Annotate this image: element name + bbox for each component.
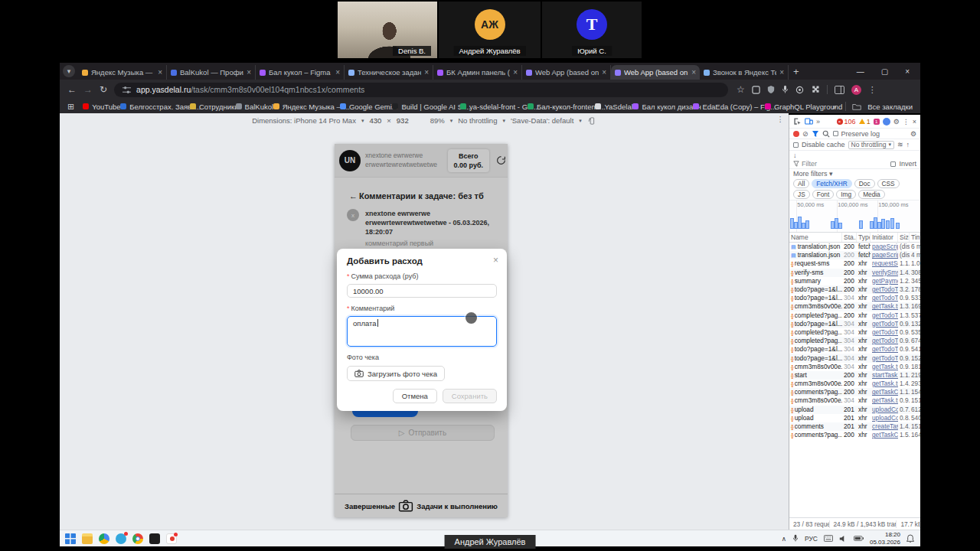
column-header[interactable]: Name	[789, 233, 842, 242]
chrome-icon[interactable]	[132, 533, 143, 544]
network-request-row[interactable]: cmm3m8s0v00e... 200 xhr getTask.ts: 1.4.…	[789, 380, 920, 388]
window-close-button[interactable]: ×	[905, 67, 910, 76]
all-bookmarks-button[interactable]: Все закладки	[867, 103, 913, 111]
maximize-button[interactable]: ▢	[881, 67, 888, 76]
tab-close-icon[interactable]: ×	[513, 68, 518, 77]
filter-icon[interactable]	[812, 130, 819, 138]
devtools-menu-icon[interactable]: ⋮	[903, 118, 910, 126]
network-request-row[interactable]: comments?pag... 200 xhr getTaskCor 1.1..…	[789, 388, 920, 396]
invert-filter-checkbox[interactable]	[890, 161, 896, 167]
reload-button[interactable]: ↻	[100, 84, 107, 95]
browser-tab[interactable]: Звонок в Яндекс Тел ×	[700, 65, 789, 80]
video-tile-yuri[interactable]: T Юрий С.	[542, 2, 642, 58]
tab-close-icon[interactable]: ×	[247, 68, 251, 77]
site-settings-icon[interactable]	[122, 86, 132, 94]
video-tile-andrey[interactable]: АЖ Андрей Журавлёв	[439, 2, 541, 58]
column-header[interactable]: Initiator	[871, 233, 898, 242]
console-warnings-badge[interactable]: 1	[859, 118, 871, 126]
console-errors-badge[interactable]: ×106	[837, 118, 856, 126]
network-request-row[interactable]: completed?pag... 200 xhr getTodoTa: 1.3.…	[789, 311, 920, 320]
export-har-icon[interactable]: ↓	[793, 152, 797, 159]
save-button[interactable]: Сохранить	[443, 389, 497, 403]
network-request-row[interactable]: todo?page=1&l... 304 xhr getTodoTa: 0.9.…	[789, 320, 920, 328]
browser-tab[interactable]: Бал кукол – Figma ×	[256, 65, 345, 80]
tab-close-icon[interactable]: ×	[158, 68, 162, 77]
search-icon[interactable]	[822, 130, 830, 138]
network-request-row[interactable]: todo?page=1&l... 304 xhr getTodoTa: 0.9.…	[789, 354, 920, 362]
messenger-app-icon[interactable]	[116, 533, 126, 544]
file-explorer-icon[interactable]	[82, 533, 93, 544]
throttling-select[interactable]: No throttling	[458, 116, 497, 125]
column-header[interactable]: Sta...	[842, 233, 857, 242]
side-panel-icon[interactable]	[835, 86, 844, 94]
browser-tab[interactable]: Web App (based on LiteF ×	[522, 65, 611, 80]
network-request-row[interactable]: upload 201 xhr uploadCon 0.7... 612...	[789, 406, 920, 414]
extensions-puzzle-icon[interactable]	[811, 85, 820, 94]
preserve-log-checkbox[interactable]	[833, 131, 838, 136]
browser-tab[interactable]: BalKukol — Профиль ×	[167, 65, 256, 80]
language-indicator[interactable]: РУС	[805, 535, 818, 543]
device-toolbar-toggle-icon[interactable]	[805, 117, 813, 126]
more-filters-dropdown[interactable]: More filters ▾	[793, 170, 833, 178]
devtools-profile-icon[interactable]	[883, 118, 890, 126]
network-request-row[interactable]: cmm3m8s0v00e... 200 xhr getTask.ts: 1.3.…	[789, 302, 920, 311]
browser-tab[interactable]: БК Админ панель (прос ×	[433, 65, 522, 80]
bookmark-item[interactable]: Яндекс Музыка —...	[273, 103, 331, 111]
bookmark-item[interactable]: YaSdelal	[595, 103, 623, 111]
bookmark-item[interactable]: Google Gemini	[340, 103, 384, 111]
viewport-height-input[interactable]: 932	[397, 116, 409, 125]
bookmark-item[interactable]: Бал кукол дизайн	[632, 103, 684, 111]
viewport-width-input[interactable]: 430	[369, 116, 381, 125]
request-type-filter-chip[interactable]: Font	[812, 190, 835, 199]
back-button[interactable]: ←	[67, 84, 77, 95]
request-type-filter-chip[interactable]: All	[793, 179, 809, 188]
network-request-row[interactable]: comments?pag... 200 xhr getTaskCor 1.5..…	[789, 431, 920, 439]
disable-cache-checkbox[interactable]	[793, 142, 799, 148]
code-editor-icon[interactable]	[149, 533, 160, 544]
tab-close-icon[interactable]: ×	[602, 68, 606, 77]
omnibox[interactable]: app.yasdelal.ru/task/cmm3m8s0v00el104qm1…	[114, 83, 728, 97]
bookmark-star-icon[interactable]: ☆	[737, 84, 745, 95]
network-request-row[interactable]: todo?page=1&l... 304 xhr getTodoTa: 0.9.…	[789, 294, 920, 302]
network-request-row[interactable]: verify-sms 200 xhr verifySms.t 1.4... 30…	[789, 269, 920, 277]
modal-close-icon[interactable]: ×	[493, 255, 498, 266]
cast-extension-icon[interactable]	[795, 86, 804, 94]
network-request-row[interactable]: upload 201 xhr uploadCon 0.8... 540...	[789, 414, 920, 422]
browser-menu-icon[interactable]: ⋮	[868, 85, 877, 95]
network-request-row[interactable]: cmm3m8s0v00e... 304 xhr getTask.ts: 0.9.…	[789, 396, 920, 405]
network-conditions-icon[interactable]: ≋	[897, 141, 903, 148]
column-header[interactable]: Time	[910, 233, 920, 242]
tab-close-icon[interactable]: ×	[691, 68, 696, 77]
request-type-filter-chip[interactable]: Fetch/XHR	[812, 179, 852, 188]
volume-icon[interactable]	[839, 535, 848, 543]
inspect-element-icon[interactable]	[793, 117, 802, 126]
video-tile-denis[interactable]: Denis B.	[338, 2, 437, 58]
extension-icon[interactable]	[752, 86, 760, 94]
request-type-filter-chip[interactable]: CSS	[877, 179, 900, 188]
request-type-filter-chip[interactable]: Media	[858, 190, 885, 199]
browser-tab[interactable]: Яндекс Музыка — собир ×	[78, 65, 167, 80]
issues-badge[interactable]: 1	[874, 119, 880, 125]
bookmarks-overflow-chevron[interactable]: »	[832, 103, 836, 111]
notifications-bell-icon[interactable]	[906, 534, 914, 543]
amount-input[interactable]	[347, 284, 497, 298]
network-request-row[interactable]: completed?pag... 304 xhr getTodoTa: 0.9.…	[789, 337, 920, 345]
bookmark-item[interactable]: BalKukol	[236, 103, 264, 111]
network-request-row[interactable]: translation.json 200 fetch pageScript (d…	[789, 243, 920, 251]
tab-search-chevron-icon[interactable]: ▾	[63, 65, 75, 77]
upload-photo-button[interactable]: Загрузить фото чека	[347, 366, 445, 381]
mic-extension-icon[interactable]	[782, 85, 789, 94]
network-request-row[interactable]: translation.json 200 fetch pageScript (d…	[789, 251, 920, 259]
network-request-row[interactable]: request-sms 200 xhr requestSm... 1.1... …	[789, 259, 920, 268]
bookmark-item[interactable]: ya-sdelal-front - Go...	[460, 103, 518, 111]
bookmark-item[interactable]: Build | Google AI St...	[392, 103, 451, 111]
request-type-filter-chip[interactable]: Img	[836, 190, 856, 199]
drive-app-icon[interactable]	[99, 533, 109, 544]
new-tab-button[interactable]: +	[793, 66, 799, 77]
bookmark-item[interactable]: Бал-кукол-frontend...	[528, 103, 586, 111]
tab-close-icon[interactable]: ×	[779, 68, 784, 77]
start-button[interactable]	[65, 533, 76, 544]
device-select[interactable]: Dimensions: iPhone 14 Pro Max	[252, 116, 356, 125]
bookmark-item[interactable]: Белгосстрах. Заявк...	[120, 103, 181, 111]
request-type-filter-chip[interactable]: Doc	[854, 179, 875, 188]
